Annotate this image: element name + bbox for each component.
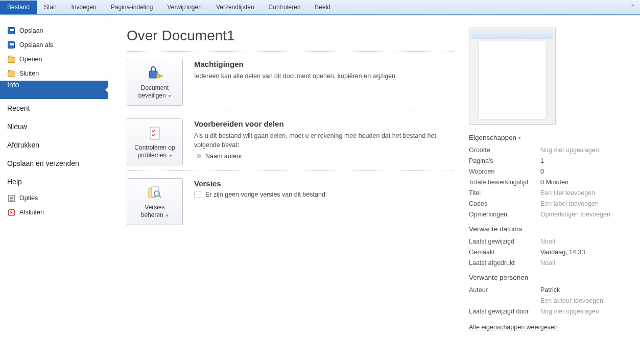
prop-last-modified-by: Laatst gewijzigd doorNog niet opgeslagen <box>469 308 622 315</box>
prop-printed: Laatst afgedruktNooit <box>469 259 622 266</box>
show-all-properties-link[interactable]: Alle eigenschappen weergeven <box>469 324 558 331</box>
section-heading: Versies <box>194 179 454 188</box>
chevron-down-icon: ▾ <box>518 135 521 140</box>
sidebar-new[interactable]: Nieuw <box>0 117 108 136</box>
tab-bestand[interactable]: Bestand <box>0 1 37 14</box>
check-issues-button[interactable]: Controleren opproblemen ▾ <box>127 118 183 165</box>
history-icon <box>194 191 201 198</box>
section-prepare-share: Controleren opproblemen ▾ Voorbereiden v… <box>127 118 454 165</box>
svg-line-7 <box>159 196 161 198</box>
sidebar-save[interactable]: Opslaan <box>0 23 108 38</box>
button-label: Versiesbeheren ▾ <box>141 204 169 219</box>
section-heading: Voorbereiden voor delen <box>194 119 454 128</box>
sidebar-label: Afsluiten <box>19 209 44 216</box>
sidebar-options[interactable]: Opties <box>0 191 108 205</box>
sidebar-label: Opslaan <box>19 27 43 34</box>
button-label: Documentbeveiligen ▾ <box>138 84 172 100</box>
section-permissions: Documentbeveiligen ▾ Machtigingen Iedere… <box>127 59 454 106</box>
prop-pages: Pagina's1 <box>469 157 622 164</box>
prop-tags[interactable]: CodesEen label toevoegen <box>469 200 622 207</box>
page-title: Over Document1 <box>127 28 454 44</box>
button-label: Controleren opproblemen ▾ <box>134 144 175 159</box>
issue-label: Naam auteur <box>205 153 242 160</box>
thumb-chrome <box>471 30 553 39</box>
bullet-icon <box>197 154 201 158</box>
tab-start[interactable]: Start <box>37 1 64 14</box>
sidebar-label: Info <box>7 81 19 89</box>
backstage: Opslaan Opslaan als Openen Sluiten Info … <box>0 16 640 364</box>
exit-icon: × <box>7 208 15 216</box>
tab-beeld[interactable]: Beeld <box>307 1 338 14</box>
tab-verzendlijsten[interactable]: Verzendlijsten <box>209 1 262 14</box>
info-right-pane: Eigenschappen▾ GrootteNog niet opgeslage… <box>469 28 622 354</box>
backstage-main: Over Document1 Documentbeveiligen ▾ Mach… <box>108 16 640 364</box>
svg-rect-3 <box>150 127 159 139</box>
options-icon <box>7 194 15 202</box>
manage-versions-button[interactable]: Versiesbeheren ▾ <box>127 178 183 225</box>
section-text: Iedereen kan alle delen van dit document… <box>194 71 454 81</box>
related-people-heading: Verwante personen <box>469 274 622 281</box>
sidebar-open[interactable]: Openen <box>0 52 108 66</box>
issue-item: Naam auteur <box>194 153 454 160</box>
prop-edit-time: Totale bewerkingstijd0 Minuten <box>469 179 622 186</box>
folder-open-icon <box>7 55 15 63</box>
chevron-down-icon: ▾ <box>168 153 172 158</box>
section-body: Voorbereiden voor delen Als u dit bestan… <box>194 118 454 165</box>
prop-words: Woorden0 <box>469 168 622 175</box>
section-heading: Machtigingen <box>194 60 454 68</box>
section-versions: Versiesbeheren ▾ Versies Er zijn geen vo… <box>127 178 454 225</box>
sidebar-label: Opties <box>19 195 38 202</box>
tab-verwijzingen[interactable]: Verwijzingen <box>160 1 209 14</box>
sidebar-help[interactable]: Help <box>0 173 108 191</box>
divider <box>127 51 454 52</box>
tab-invoegen[interactable]: Invoegen <box>64 1 103 14</box>
svg-rect-0 <box>149 71 157 78</box>
info-left-pane: Over Document1 Documentbeveiligen ▾ Mach… <box>127 28 454 354</box>
document-thumbnail[interactable] <box>469 28 556 125</box>
sidebar-recent[interactable]: Recent <box>0 99 108 117</box>
tab-controleren[interactable]: Controleren <box>262 1 308 14</box>
folder-close-icon <box>7 69 15 78</box>
section-body: Machtigingen Iedereen kan alle delen van… <box>194 59 454 106</box>
sidebar-label: Sluiten <box>19 70 39 77</box>
prop-created: GemaaktVandaag, 14:33 <box>469 249 622 256</box>
svg-rect-2 <box>159 76 162 77</box>
divider <box>127 111 454 111</box>
sidebar-label: Openen <box>19 56 42 63</box>
collapse-ribbon-icon[interactable]: ⌃ <box>630 3 636 11</box>
protect-document-button[interactable]: Documentbeveiligen ▾ <box>127 59 183 106</box>
chevron-down-icon: ▾ <box>165 213 169 218</box>
versions-text: Er zijn geen vorige versies van dit best… <box>194 191 454 198</box>
checklist-icon <box>146 125 163 142</box>
lock-key-icon <box>146 65 163 82</box>
sidebar-label: Opslaan als <box>19 41 53 48</box>
prop-add-author[interactable]: Een auteur toevoegen <box>469 297 622 304</box>
prop-author[interactable]: AuteurPatrick <box>469 286 622 294</box>
prop-size: GrootteNog niet opgeslagen <box>469 147 622 154</box>
versions-icon <box>146 184 163 202</box>
section-body: Versies Er zijn geen vorige versies van … <box>194 178 454 225</box>
backstage-sidebar: Opslaan Opslaan als Openen Sluiten Info … <box>0 16 108 364</box>
related-dates-heading: Verwante datums <box>469 225 622 233</box>
prop-modified: Laatst gewijzigdNooit <box>469 238 622 245</box>
prop-title[interactable]: TitelEen titel toevoegen <box>469 189 622 197</box>
section-text: Als u dit bestand wilt gaan delen, moet … <box>194 131 454 150</box>
properties-dropdown[interactable]: Eigenschappen▾ <box>469 134 622 141</box>
sidebar-save-and-send[interactable]: Opslaan en verzenden <box>0 154 108 173</box>
chevron-down-icon: ▾ <box>168 93 172 99</box>
sidebar-exit[interactable]: ×Afsluiten <box>0 205 108 220</box>
save-as-icon <box>7 41 15 49</box>
sidebar-print[interactable]: Afdrukken <box>0 136 108 154</box>
save-icon <box>7 27 15 35</box>
sidebar-save-as[interactable]: Opslaan als <box>0 38 108 52</box>
divider <box>127 171 454 171</box>
prop-comments[interactable]: OpmerkingenOpmerkingen toevoegen <box>469 211 622 218</box>
sidebar-info[interactable]: Info <box>0 81 108 99</box>
tab-pagina-indeling[interactable]: Pagina-indeling <box>104 1 160 14</box>
sidebar-close[interactable]: Sluiten <box>0 66 108 81</box>
ribbon-tabs: Bestand Start Invoegen Pagina-indeling V… <box>0 0 640 14</box>
thumb-page <box>479 41 546 119</box>
